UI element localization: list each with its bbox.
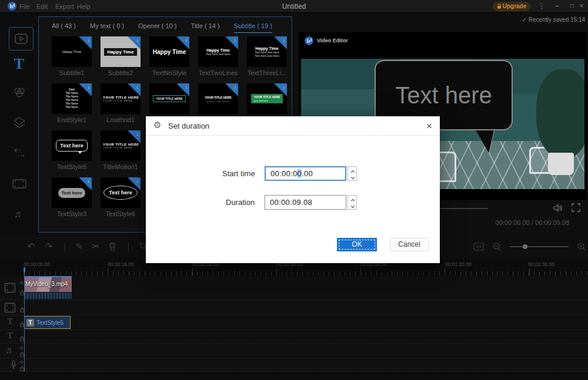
template-textstyle5[interactable]: Text here TextStyle5 [52, 130, 92, 170]
template-subtitle1[interactable]: Happy Time↓ Subtitle1 [52, 36, 92, 76]
template-endstyle1[interactable]: CastTitle NameTitle NameTitle NameTitle … [52, 83, 92, 123]
sidebar-item-media[interactable] [9, 27, 34, 51]
track-video-2[interactable] [0, 300, 588, 315]
track-voiceover[interactable] [0, 358, 588, 372]
start-time-input[interactable]: 00:00:00.00 [265, 166, 346, 181]
tab-all[interactable]: All ( 43 ) [52, 22, 76, 33]
timeline: 00:00:00.00 00:00:16.00 00:00:32.00 00:0… [0, 258, 588, 380]
template-texttwolines[interactable]: Happy TimeText here text here↓ TextTwoLi… [198, 36, 238, 76]
ruler-label: 00:01:36.00 [528, 261, 554, 267]
dialog-header: ⚙ Set duration × [146, 116, 440, 136]
tab-opener[interactable]: Opener ( 10 ) [138, 22, 176, 33]
undo-icon[interactable]: ↶ [27, 241, 35, 252]
template-textstyle6[interactable]: Text here↓ TextStyle6 [101, 177, 141, 217]
timeline-zoom-controls [473, 242, 586, 251]
tab-my-text[interactable]: My text ( 0 ) [90, 22, 124, 33]
ruler-label: 00:00:00.00 [24, 261, 50, 267]
ruler-label: 00:00:16.00 [108, 261, 134, 267]
track-text-2[interactable]: T [0, 330, 588, 344]
template-subtitle2[interactable]: Happy Time↓ Subtitle2 [101, 36, 141, 76]
start-time-label: Start time [222, 169, 255, 178]
mic-track-icon [7, 360, 20, 369]
text-clip-selected[interactable]: T TextStyle5 [24, 316, 71, 329]
dialog-close-icon[interactable]: × [422, 120, 436, 133]
text-track-icon: T [4, 331, 16, 341]
sidebar: T ♬ [0, 13, 38, 236]
lock-icon [497, 4, 502, 9]
chevron-down-icon[interactable] [350, 204, 355, 209]
menu-file[interactable]: File [16, 0, 34, 13]
menu-edit[interactable]: Edit [33, 0, 51, 13]
template-hidden-3[interactable]: YOUR TITLE HEREyour title here↓ [247, 83, 287, 114]
fit-timeline-icon[interactable] [473, 243, 484, 251]
video-clip-name: MyVideo_3.mp4 [25, 281, 68, 287]
tab-subtitle[interactable]: Subtitle ( 19 ) [234, 22, 272, 33]
video-clip[interactable]: MyVideo_3.mp4 [24, 276, 72, 299]
text-clip-name: TextStyle5 [36, 320, 64, 326]
chevron-up-icon[interactable] [350, 198, 355, 203]
app-logo-icon [8, 2, 16, 11]
duration-label: Duration [226, 198, 255, 207]
zoom-out-icon[interactable] [492, 242, 502, 251]
delete-icon[interactable] [108, 241, 117, 251]
track-music[interactable]: ♬ [0, 344, 588, 358]
zoom-in-icon[interactable] [577, 242, 586, 251]
zoom-slider-thumb[interactable] [523, 244, 527, 249]
start-time-stepper[interactable] [348, 166, 357, 181]
text-clip-badge: T [26, 319, 34, 327]
upgrade-button[interactable]: Upgrade [493, 2, 530, 11]
more-menu-icon[interactable]: ⋮ [534, 0, 549, 13]
sidebar-item-elements[interactable] [0, 175, 38, 200]
chevron-up-icon[interactable] [350, 169, 355, 174]
video-editor-app: Untitled File Edit Export Help Upgrade ⋮… [0, 0, 588, 380]
media-icon [14, 33, 28, 45]
track-text-1[interactable]: T T TextStyle5 [0, 315, 588, 330]
edit-icon[interactable]: ✎ [75, 241, 83, 252]
playhead-line[interactable] [24, 268, 25, 372]
track-video-1[interactable]: MyVideo_3.mp4 [0, 276, 588, 300]
duration-stepper[interactable] [348, 195, 357, 210]
template-textnostyle[interactable]: Happy Time↓ TextNoStyle [149, 36, 189, 76]
titlebar: Untitled File Edit Export Help Upgrade ⋮… [0, 0, 588, 13]
set-duration-dialog: ⚙ Set duration × Start time 00:00:00.00 … [146, 116, 440, 263]
template-tabs: All ( 43 ) My text ( 0 ) Opener ( 10 ) T… [52, 22, 272, 33]
split-icon[interactable]: ✂ [92, 241, 99, 252]
template-titlemotion1[interactable]: YOUR TITLE HEREYOUR TITLE HERE↓ TitleMot… [101, 130, 141, 170]
sidebar-item-text[interactable]: T [0, 55, 38, 80]
fullscreen-icon[interactable] [572, 203, 580, 212]
text-track-icon: T [4, 317, 16, 327]
ok-button[interactable]: OK [337, 238, 377, 251]
sidebar-item-transitions[interactable] [0, 144, 38, 169]
sidebar-item-music[interactable]: ♬ [0, 206, 38, 230]
close-button[interactable]: × [574, 0, 588, 13]
chevron-down-icon[interactable] [350, 176, 355, 180]
template-textstyle3[interactable]: Text here↓ TextStyle3 [52, 177, 92, 217]
music-icon: ♬ [14, 209, 24, 220]
sidebar-item-overlays[interactable] [0, 114, 38, 139]
filters-icon [12, 86, 26, 99]
music-track-icon: ♬ [4, 345, 16, 355]
sidebar-item-filters[interactable] [0, 83, 38, 108]
tab-title[interactable]: Title ( 14 ) [191, 22, 219, 33]
saved-status: ✓ Recently saved 15:14 [0, 16, 585, 23]
app-logo-icon [305, 36, 313, 45]
video-track-icon [4, 283, 16, 293]
video-track-icon [4, 302, 16, 313]
text-icon: T [14, 55, 24, 72]
volume-icon[interactable] [553, 203, 563, 213]
minimize-button[interactable]: – [549, 0, 564, 13]
transitions-icon [12, 147, 26, 159]
duration-input[interactable]: 00:00:09.08 [265, 195, 346, 210]
template-hidden-1[interactable]: YOUR TITLE HERE↓ [149, 83, 189, 114]
redo-icon[interactable]: ↷ [45, 241, 52, 252]
template-textthreelines[interactable]: Happy TimeText here text hereText here t… [247, 36, 287, 76]
ruler-label: 00:01:20.00 [445, 261, 472, 267]
template-hidden-2[interactable]: YOUR TITLE HEREyour title here↓ [198, 83, 238, 114]
menu-help[interactable]: Help [74, 0, 94, 13]
gear-icon: ⚙ [153, 120, 161, 130]
template-lowthrid1[interactable]: YOUR TITLE HEREYOUR TITLE HERE↓ Lowthrid… [101, 83, 141, 123]
text-selection: 0 [297, 169, 302, 178]
dialog-title: Set duration [168, 122, 209, 130]
cancel-button[interactable]: Cancel [390, 238, 429, 251]
zoom-slider[interactable] [510, 246, 569, 247]
